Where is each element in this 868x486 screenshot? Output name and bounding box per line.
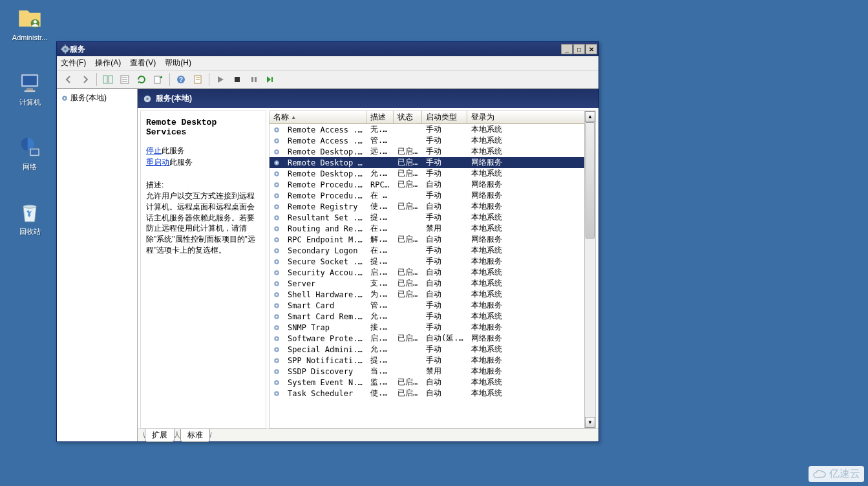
stop-service-button[interactable]	[229, 72, 245, 87]
restart-link[interactable]: 重启动	[146, 158, 169, 167]
desktop-icon-computer[interactable]: 计算机	[6, 70, 53, 107]
cell-start: 手动	[422, 157, 467, 168]
service-row[interactable]: Remote Desktop...远...已启动手动本地系统	[270, 146, 595, 157]
service-row[interactable]: RPC Endpoint M...解...已启动自动网络服务	[270, 234, 595, 245]
service-row[interactable]: Software Prote...启...已启动自动(延...网络服务	[270, 333, 595, 344]
cell-logon: 网络服务	[467, 190, 595, 201]
arrow-left-icon	[63, 74, 74, 85]
right-pane-header: 服务(本地)	[138, 89, 598, 108]
menu-action[interactable]: 操作(A)	[95, 58, 121, 69]
cloud-icon	[812, 469, 827, 480]
service-row[interactable]: Remote Procedu...RPC...已启动自动网络服务	[270, 179, 595, 190]
service-row[interactable]: Task Scheduler使...已启动自动本地系统	[270, 388, 595, 399]
service-row[interactable]: Remote Registry使...已启动自动本地服务	[270, 201, 595, 212]
gear-icon	[270, 291, 284, 299]
menu-view[interactable]: 查看(V)	[130, 58, 156, 69]
props-button-2[interactable]	[190, 72, 206, 87]
services-list[interactable]: 名称 ▲ 描述 状态 启动类型 登录为 Remote Access ...无..…	[269, 111, 596, 428]
svg-rect-8	[31, 149, 39, 154]
stop-link[interactable]: 停止	[146, 146, 162, 155]
selected-service-name: Remote Desktop Services	[146, 118, 260, 137]
scroll-up-button[interactable]: ▲	[585, 111, 595, 122]
service-row[interactable]: Special Admini...允...手动本地系统	[270, 344, 595, 355]
gear-icon	[270, 302, 284, 310]
properties-button[interactable]	[117, 72, 132, 87]
cell-start: 手动	[422, 212, 467, 223]
pause-service-button[interactable]	[246, 72, 262, 87]
service-row[interactable]: Remote Access ...无...手动本地系统	[270, 124, 595, 135]
gear-icon	[270, 280, 284, 288]
menu-help[interactable]: 帮助(H)	[165, 58, 191, 69]
col-logon[interactable]: 登录为	[467, 111, 595, 123]
cell-start: 手动	[422, 124, 467, 135]
service-row[interactable]: SPP Notificati...提...手动本地服务	[270, 355, 595, 366]
service-row[interactable]: Smart Card Rem...允...手动本地系统	[270, 311, 595, 322]
col-state[interactable]: 状态	[394, 111, 422, 123]
export-button[interactable]	[151, 72, 166, 87]
restart-service-button[interactable]	[263, 72, 279, 87]
cell-desc: 管...	[366, 300, 394, 311]
show-hide-tree-button[interactable]	[100, 72, 116, 87]
tree-pane[interactable]: 服务(本地)	[57, 89, 138, 441]
tab-standard[interactable]: 标准	[180, 429, 210, 442]
service-row[interactable]: SNMP Trap接...手动本地服务	[270, 322, 595, 333]
cell-desc: 使...	[366, 388, 394, 399]
service-row[interactable]: Secure Socket ...提...手动本地服务	[270, 256, 595, 267]
cell-logon: 本地系统	[467, 168, 595, 179]
service-row[interactable]: Secondary Logon在...手动本地系统	[270, 245, 595, 256]
svg-point-55	[276, 227, 278, 229]
cell-start: 自动	[422, 278, 467, 289]
desktop-icon-administrator[interactable]: Administr...	[6, 5, 53, 42]
service-row[interactable]: Remote Desktop...允...已启动手动本地系统	[270, 168, 595, 179]
scroll-thumb[interactable]	[586, 122, 595, 238]
service-row[interactable]: Smart Card管...手动本地服务	[270, 300, 595, 311]
gear-icon	[270, 148, 284, 156]
cell-name: SSDP Discovery	[284, 367, 366, 376]
minimize-button[interactable]: _	[561, 44, 573, 54]
service-row[interactable]: Server支...已启动自动本地系统	[270, 278, 595, 289]
cell-name: Server	[284, 279, 366, 288]
svg-rect-3	[23, 76, 37, 85]
export-icon	[153, 74, 164, 85]
start-service-button[interactable]	[213, 72, 228, 87]
close-button[interactable]: ✕	[586, 44, 597, 54]
maximize-button[interactable]: □	[573, 44, 585, 54]
svg-point-63	[276, 271, 278, 273]
help-button[interactable]: ?	[173, 72, 189, 87]
col-start[interactable]: 启动类型	[422, 111, 467, 123]
desktop-icon-recyclebin[interactable]: 回收站	[6, 199, 53, 236]
desktop-icon-network[interactable]: 网络	[6, 134, 53, 171]
service-row[interactable]: Remote Procedu...在 ...手动网络服务	[270, 190, 595, 201]
cell-start: 手动	[422, 355, 467, 366]
cell-start: 禁用	[422, 223, 467, 234]
refresh-button[interactable]	[134, 72, 149, 87]
cell-desc: 当...	[366, 366, 394, 377]
service-row[interactable]: Resultant Set ...提...手动本地系统	[270, 212, 595, 223]
svg-rect-22	[154, 76, 160, 83]
vertical-scrollbar[interactable]: ▲ ▼	[584, 111, 595, 428]
tree-node-services-local[interactable]: 服务(本地)	[59, 92, 134, 104]
cell-name: Routing and Re...	[284, 224, 366, 233]
service-row[interactable]: Shell Hardware...为...已启动自动本地系统	[270, 289, 595, 300]
col-desc[interactable]: 描述	[366, 111, 394, 123]
service-row[interactable]: Remote Access ...管...手动本地系统	[270, 135, 595, 146]
nav-back-button[interactable]	[61, 72, 76, 87]
svg-point-41	[276, 151, 278, 153]
service-row[interactable]: SSDP Discovery当...禁用本地服务	[270, 366, 595, 377]
col-name[interactable]: 名称 ▲	[270, 111, 366, 123]
gear-icon	[270, 269, 284, 277]
cell-desc: 提...	[366, 256, 394, 267]
service-row[interactable]: Routing and Re...在...禁用本地系统	[270, 223, 595, 234]
cell-desc: 在...	[366, 245, 394, 256]
service-row[interactable]: System Event N...监...已启动自动本地系统	[270, 377, 595, 388]
service-row[interactable]: Remote Desktop Services已启动手动网络服务	[270, 157, 595, 168]
titlebar[interactable]: 服务 _ □ ✕	[57, 42, 598, 56]
bottom-tabs: \ 扩展 人 标准 /	[138, 428, 598, 441]
cell-start: 手动	[422, 322, 467, 333]
service-row[interactable]: Security Accou...启...已启动自动本地系统	[270, 267, 595, 278]
nav-forward-button[interactable]	[78, 72, 93, 87]
menu-file[interactable]: 文件(F)	[61, 58, 86, 69]
description-label: 描述:	[146, 180, 260, 191]
scroll-down-button[interactable]: ▼	[585, 417, 595, 428]
tab-extended[interactable]: 扩展	[145, 429, 175, 442]
